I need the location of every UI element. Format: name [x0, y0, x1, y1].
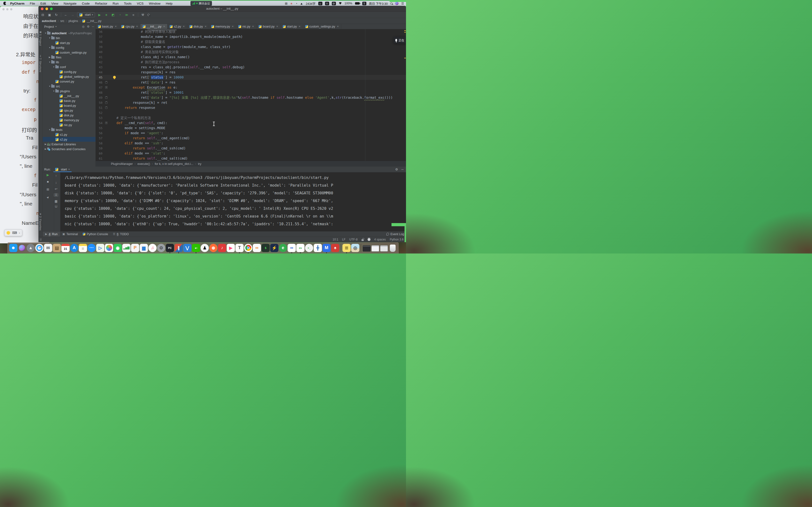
code-line-60[interactable]: 60 elif mode == 'slat': [96, 151, 406, 156]
toolwindow-6-todo[interactable]: ☰6: TODO [110, 231, 131, 237]
save-all-icon[interactable]: ▣ [47, 13, 52, 17]
meeting-app-icon[interactable]: ∗ [290, 2, 293, 5]
code-line-55[interactable]: 55 mode = settings.MODE [96, 125, 406, 131]
unlock-icon[interactable] [361, 239, 364, 241]
tab-nic.py[interactable]: nic.py✕ [236, 24, 256, 29]
apple-menu-icon[interactable] [3, 2, 6, 5]
forward-icon[interactable]: → [70, 13, 75, 17]
code-line-57[interactable]: 57 return self.__cmd_agent(cmd) [96, 136, 406, 141]
dock-postman[interactable]: ⊛ [209, 244, 217, 252]
horizontal-scrollbar[interactable] [147, 30, 176, 31]
meeting-status-pill[interactable]: 腾讯会议 [191, 1, 212, 6]
up-stack-icon[interactable]: ↑ [54, 174, 58, 177]
toolwindow-terminal[interactable]: ▣Terminal [60, 231, 80, 237]
dock-photos[interactable] [105, 244, 113, 252]
search-everywhere-icon[interactable] [147, 14, 150, 16]
sync-icon[interactable]: ↻ [54, 13, 58, 17]
dock-m-app[interactable]: M [322, 244, 331, 252]
dock-minimized-window-2[interactable] [371, 244, 379, 252]
keyboard-icon[interactable]: ⌨ [12, 231, 17, 235]
menu-navigate[interactable]: Navigate [63, 2, 77, 5]
error-stripe-mark[interactable] [404, 32, 406, 33]
tree-item-plugins[interactable]: ▾plugins [43, 89, 95, 94]
tab-custom_settings.py[interactable]: custom_settings.py✕ [303, 24, 341, 29]
tree-item-autoclient[interactable]: ▾autoclient~/PycharmProjec [43, 31, 95, 36]
indent-setting[interactable]: 4 spaces [374, 238, 386, 241]
clear-icon[interactable]: ⊔ [54, 205, 58, 208]
code-line-40[interactable]: 40 # 类名加括号实例化对象 [96, 50, 406, 55]
code-editor[interactable]: 36 # 利用字符串导入模块37 module_name = importlib… [96, 29, 406, 161]
code-line-51[interactable]: 51^ return response [96, 105, 406, 110]
rerun-icon[interactable]: ▶ [45, 173, 50, 177]
meeting-mic-widget[interactable]: 正在 [394, 37, 406, 44]
tree-item-nic-py[interactable]: nic.py [43, 122, 95, 127]
breadcrumb-item[interactable]: src [60, 19, 64, 23]
dock-chrome[interactable] [244, 244, 252, 252]
fold-marker-icon[interactable]: v [105, 122, 108, 124]
restore-layout-icon[interactable]: ⊞ [45, 187, 50, 191]
tree-item-memory-py[interactable]: memory.py [43, 118, 95, 122]
tab-memory.py[interactable]: memory.py✕ [209, 24, 236, 29]
settings-gear-icon[interactable]: ⚙ [395, 168, 398, 171]
dock-rings-app[interactable]: ∞ [253, 244, 261, 252]
menu-refactor[interactable]: Refactor [95, 2, 107, 5]
close-tab-icon[interactable]: ✕ [183, 25, 185, 28]
tab-basic.py[interactable]: basic.py✕ [96, 24, 119, 29]
dock-ev-app[interactable]: ev [296, 244, 305, 252]
code-line-37[interactable]: 37 module_name = importlib.import_module… [96, 34, 406, 39]
menu-window[interactable]: Window [149, 2, 160, 5]
dock-chat-terminal-app[interactable]: >_ [305, 244, 313, 252]
code-line-43[interactable]: 43 res = class_obj.process(self.__cmd_ru… [96, 65, 406, 70]
screen-mirroring-icon[interactable]: ⊞ [285, 2, 288, 5]
dock-finder[interactable]: ☻ [9, 244, 17, 252]
dock-siri[interactable] [18, 244, 26, 252]
dock-keynote[interactable]: ▆ [140, 244, 148, 252]
tree-item-tests[interactable]: ▾tests [43, 127, 95, 132]
run-icon[interactable]: ▶ [97, 13, 102, 17]
close-tab-icon[interactable]: ✕ [115, 25, 117, 28]
menu-code[interactable]: Code [82, 2, 90, 5]
tree-item-config-py[interactable]: config.py [43, 69, 95, 74]
code-line-46[interactable]: 46^ ret['data'] = res [96, 80, 406, 85]
dock-mail[interactable]: ✉ [44, 244, 52, 252]
dock-itunes[interactable]: ♫ [148, 244, 157, 252]
close-tab-icon[interactable]: ✕ [163, 25, 165, 28]
tab-start.py[interactable]: start.py✕ [281, 24, 303, 29]
profiler-icon[interactable]: ◔ [118, 13, 122, 17]
spotlight-icon[interactable] [390, 2, 393, 5]
tree-item-custom-settings-py[interactable]: custom_settings.py [43, 50, 95, 55]
stop-icon[interactable]: ■ [45, 180, 50, 183]
locate-icon[interactable]: ◎ [82, 25, 84, 28]
tab-board.py[interactable]: board.py✕ [256, 24, 281, 29]
sidebar-item-favorites[interactable]: ★ 2: Favorites [39, 213, 42, 231]
back-icon[interactable]: ← [63, 13, 68, 17]
fold-marker-icon[interactable]: ^ [105, 101, 108, 104]
dock-tableau[interactable]: ╋ [314, 244, 322, 252]
code-line-56[interactable]: 56 if mode == 'agent': [96, 131, 406, 136]
dock-stickies[interactable]: ≣ [343, 244, 351, 252]
code-line-52[interactable]: 52 [96, 110, 406, 115]
dock-app-store[interactable]: A [70, 244, 78, 252]
scroll-to-end-icon[interactable]: ⇩ [54, 193, 58, 197]
code-line-45[interactable]: 45 ret['status'] = 10000 [96, 75, 406, 80]
proxy-app-icon[interactable]: S [362, 2, 366, 5]
dock-facetime[interactable]: ◉ [114, 244, 122, 252]
settings-gear-icon[interactable]: ⚙ [87, 25, 90, 28]
menu-pycharm[interactable]: PyCharm [10, 2, 24, 5]
debug-icon[interactable]: ∗ [104, 13, 108, 17]
dock-system-preferences[interactable]: ⚙ [157, 244, 165, 252]
close-tab-icon[interactable]: ✕ [252, 25, 254, 28]
code-line-49[interactable]: 49^ ret['data'] = "[%s] 采集 [%s] 出错了,错误信息… [96, 95, 406, 100]
sidebar-item-project[interactable]: ▣ 1: Project [39, 31, 42, 46]
tree-item-scratches-and-consoles[interactable]: ▶Scratches and Consoles [43, 147, 95, 151]
hide-panel-icon[interactable]: ─ [92, 25, 94, 28]
dock-terminal-app[interactable]: $ [261, 244, 270, 252]
dock-maps[interactable]: ▷ [96, 244, 104, 252]
dock-knot-app[interactable]: ∞ [288, 244, 296, 252]
dock-pycharm[interactable]: PC [166, 244, 174, 252]
inspections-hector-icon[interactable] [367, 238, 370, 241]
dock-numbers[interactable]: ▂▅▇ [122, 244, 131, 252]
menu-run[interactable]: Run [113, 2, 119, 5]
code-line-50[interactable]: 50^ response[k] = ret [96, 100, 406, 105]
tab-__init__.py[interactable]: __init__.py✕ [140, 24, 167, 29]
